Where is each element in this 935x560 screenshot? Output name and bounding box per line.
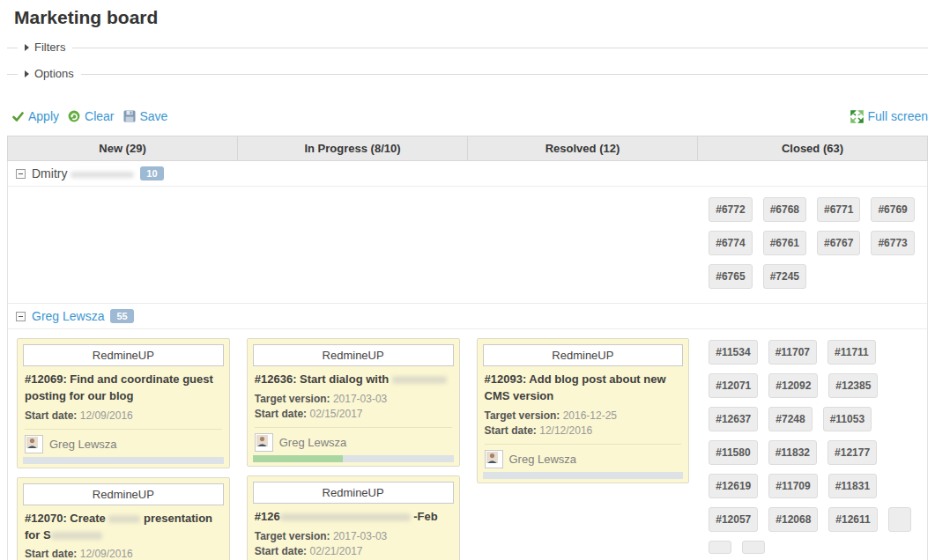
- full-screen-button[interactable]: Full screen: [850, 109, 928, 123]
- start-date-row: Start date: 12/12/2016: [485, 424, 682, 438]
- start-date-row: Start date: 12/09/2016: [25, 547, 222, 560]
- issue-chip[interactable]: #6767: [817, 231, 860, 255]
- progress-bar: [483, 472, 684, 479]
- column-new: RedmineUP #12069: Find and coordinate gu…: [8, 329, 238, 560]
- swimlane-user-greg[interactable]: Greg Lewsza: [32, 309, 104, 323]
- toolbar: Apply Clear Save: [12, 109, 928, 123]
- issue-card-12070[interactable]: RedmineUP #12070: Create presentation fo…: [17, 477, 230, 560]
- issue-chip[interactable]: [742, 541, 765, 554]
- issue-card-12636[interactable]: RedmineUP #12636: Start dialog with Targ…: [247, 338, 460, 467]
- issue-card-12093[interactable]: RedmineUP #12093: Add blog post about ne…: [477, 338, 690, 483]
- column-in-progress: RedmineUP #12636: Start dialog with Targ…: [238, 329, 468, 560]
- issue-chip[interactable]: #12177: [827, 440, 877, 465]
- options-toggle[interactable]: Options: [18, 67, 81, 80]
- column-header: In Progress (8/10): [238, 136, 468, 160]
- issue-count-badge: 10: [140, 166, 163, 181]
- collapse-icon[interactable]: [16, 312, 26, 321]
- clear-label: Clear: [85, 109, 114, 123]
- issue-chip[interactable]: #6768: [763, 197, 806, 222]
- issue-chip[interactable]: #6771: [817, 197, 860, 222]
- progress-bar: [253, 455, 454, 462]
- filters-toggle[interactable]: Filters: [18, 41, 72, 54]
- swimlane-user-dmitry[interactable]: Dmitry: [32, 166, 134, 181]
- redacted-text: [70, 172, 134, 178]
- issue-chip[interactable]: #12068: [768, 507, 818, 532]
- issue-chip[interactable]: #6765: [709, 264, 752, 289]
- issue-title[interactable]: #12636: Start dialog with: [255, 372, 452, 388]
- progress-bar: [23, 457, 224, 464]
- issue-chip[interactable]: #11832: [768, 440, 817, 465]
- issue-chip[interactable]: #11053: [823, 407, 872, 431]
- page-title: Marketing board: [0, 0, 935, 28]
- issue-title[interactable]: #12093: Add blog post about new CMS vers…: [485, 372, 682, 405]
- issue-title[interactable]: #12070: Create presentation for S: [25, 511, 222, 544]
- issue-title[interactable]: #12069: Find and coordinate guest postin…: [25, 372, 222, 405]
- issue-chip[interactable]: #11711: [827, 340, 876, 365]
- issue-chip[interactable]: #6769: [871, 197, 914, 222]
- start-date-row: Start date: 02/15/2017: [255, 407, 452, 422]
- attr-value: 02/21/2017: [309, 545, 362, 557]
- board-header: New (29)In Progress (8/10)Resolved (12)C…: [7, 136, 928, 161]
- attr-label: Start date: [255, 545, 303, 557]
- issue-chip[interactable]: #7248: [768, 407, 812, 431]
- redacted-text: [108, 515, 140, 523]
- clear-button[interactable]: Clear: [68, 109, 114, 123]
- issue-card-12069[interactable]: RedmineUP #12069: Find and coordinate gu…: [17, 338, 230, 468]
- column-resolved: RedmineUP #12093: Add blog post about ne…: [468, 329, 698, 492]
- issue-chip[interactable]: [888, 507, 911, 532]
- issue-chip[interactable]: #11831: [828, 474, 877, 498]
- issue-title[interactable]: #126 -Feb: [255, 509, 452, 526]
- expand-arrows-icon: [850, 110, 864, 123]
- issue-chip[interactable]: #12071: [709, 373, 758, 398]
- swimlane-header-greg: Greg Lewsza 55: [8, 304, 927, 329]
- save-button[interactable]: Save: [123, 109, 168, 123]
- closed-chip-list: #6772#6768#6771#6769#6774#6761#6767#6773…: [697, 187, 927, 298]
- column-header: Closed (63): [698, 136, 927, 160]
- collapse-icon[interactable]: [16, 169, 26, 179]
- floppy-disk-icon: [123, 110, 136, 122]
- start-date-row: Start date: 02/21/2017: [255, 544, 452, 559]
- swimlane-header-dmitry: Dmitry 10: [8, 161, 927, 187]
- issue-chip[interactable]: #12619: [709, 474, 758, 498]
- issue-chip[interactable]: #12385: [828, 373, 878, 398]
- save-label: Save: [140, 109, 168, 123]
- issue-chip[interactable]: [709, 541, 731, 554]
- title-text: #126: [255, 510, 280, 523]
- redacted-text: [51, 532, 102, 540]
- assignee-row: Greg Lewsza: [255, 427, 452, 452]
- project-name: RedmineUP: [23, 483, 224, 505]
- issue-chip[interactable]: #12057: [709, 507, 758, 532]
- attr-label: Target version: [255, 393, 327, 405]
- full-screen-label: Full screen: [868, 109, 928, 123]
- project-name: RedmineUP: [253, 482, 454, 504]
- closed-chip-list: #11534#11707#11711#12071#12092#12385#126…: [697, 329, 927, 560]
- issue-chip[interactable]: #6772: [709, 197, 752, 222]
- attr-label: Target version: [255, 530, 327, 542]
- issue-chip[interactable]: #6774: [709, 231, 752, 255]
- issue-chip[interactable]: #12637: [709, 407, 758, 431]
- issue-chip[interactable]: #7245: [763, 264, 806, 289]
- issue-chip[interactable]: #12092: [768, 373, 818, 398]
- issue-card-126xx[interactable]: RedmineUP #126 -Feb Target version: 2017…: [247, 475, 460, 560]
- project-name: RedmineUP: [483, 344, 684, 366]
- issue-chip[interactable]: #11709: [768, 474, 817, 498]
- issue-chip[interactable]: #6773: [871, 231, 914, 255]
- title-text: #12070: Create: [25, 512, 108, 525]
- assignee-name: Greg Lewsza: [279, 436, 347, 449]
- issue-chip[interactable]: #11534: [709, 340, 757, 365]
- target-version-row: Target version: 2016-12-25: [485, 409, 682, 424]
- attr-label: Start date: [255, 408, 303, 420]
- agile-board: New (29)In Progress (8/10)Resolved (12)C…: [7, 136, 928, 560]
- apply-button[interactable]: Apply: [12, 109, 59, 123]
- issue-chip[interactable]: #11580: [709, 440, 757, 465]
- target-version-row: Target version: 2017-03-03: [255, 392, 452, 407]
- issue-chip[interactable]: #12611: [828, 507, 877, 532]
- options-label: Options: [34, 67, 74, 80]
- attr-value: 12/09/2016: [80, 548, 133, 560]
- assignee-row: Greg Lewsza: [485, 444, 682, 468]
- attr-label: Start date: [25, 409, 73, 422]
- issue-chip[interactable]: #6761: [763, 231, 806, 255]
- swimlane-body-dmitry: #6772#6768#6771#6769#6774#6761#6767#6773…: [8, 187, 927, 304]
- avatar: [25, 435, 43, 453]
- issue-chip[interactable]: #11707: [768, 340, 817, 365]
